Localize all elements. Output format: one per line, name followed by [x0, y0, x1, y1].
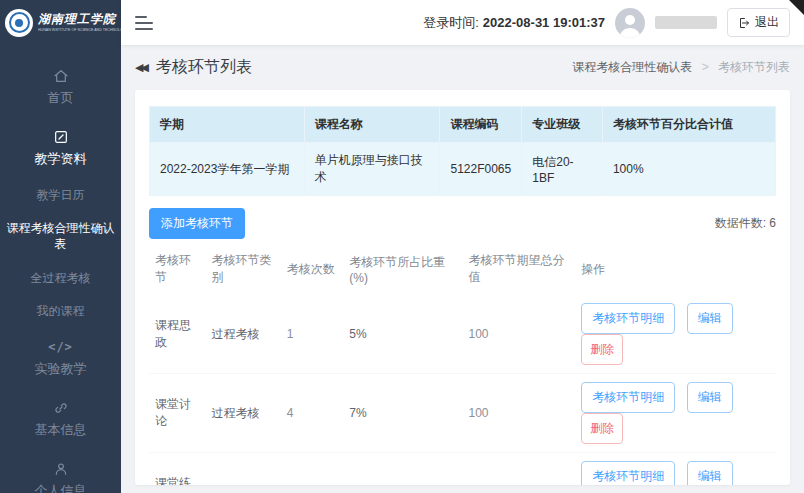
column-header: 考核环节所占比重(%): [343, 243, 462, 295]
detail-button[interactable]: 考核环节明细: [581, 303, 675, 334]
login-time: 登录时间:2022-08-31 19:01:37: [423, 14, 605, 32]
sidebar-item-label: 首页: [48, 90, 74, 107]
sidebar-item-personal-info[interactable]: 个人信息: [0, 450, 121, 493]
column-header: 考核环节期望总分值: [462, 243, 575, 295]
sidebar: 湖南理工学院 HUNAN INSTITUTE OF SCIENCE AND TE…: [0, 0, 121, 493]
cell-category: 过程考核: [205, 295, 280, 374]
cell-total-score: 100: [462, 295, 575, 374]
edit-document-icon: [53, 129, 69, 145]
detail-button[interactable]: 考核环节明细: [581, 461, 675, 485]
university-logo: 湖南理工学院 HUNAN INSTITUTE OF SCIENCE AND TE…: [0, 0, 121, 45]
cell-times: 1: [281, 295, 344, 374]
sidebar-item-basic-info[interactable]: 基本信息: [0, 389, 121, 450]
edit-button[interactable]: 编辑: [687, 461, 733, 485]
content-card: 学期 课程名称 课程编码 专业班级 考核环节百分比合计值 2022-2023学年…: [135, 90, 790, 485]
breadcrumb: 课程考核合理性确认表 > 考核环节列表: [572, 59, 790, 76]
column-header: 考核环节类别: [205, 243, 280, 295]
topbar: 登录时间:2022-08-31 19:01:37 退出: [121, 0, 804, 45]
cell-category: 过程考核: [205, 453, 280, 486]
cell-course-code: 5122F0065: [440, 143, 522, 196]
table-row: 课程思政 过程考核 1 5% 100 考核环节明细 编辑 删除: [149, 295, 776, 374]
column-header: 课程名称: [304, 107, 440, 143]
sidebar-item-label: 课程考核合理性确认表: [6, 221, 115, 252]
edit-button[interactable]: 编辑: [687, 303, 733, 334]
main-area: 登录时间:2022-08-31 19:01:37 退出 ◀◀ 考核环节列表 课程: [121, 0, 804, 493]
breadcrumb-item[interactable]: 课程考核合理性确认表: [572, 60, 692, 74]
column-header: 考核环节百分比合计值: [602, 107, 775, 143]
cell-actions: 考核环节明细 编辑 删除: [575, 374, 776, 453]
university-logo-icon: [5, 9, 33, 37]
sidebar-item-home[interactable]: 首页: [0, 57, 121, 118]
sidebar-item-teaching-calendar[interactable]: 教学日历: [0, 179, 121, 213]
column-header: 操作: [575, 243, 776, 295]
link-icon: [53, 400, 69, 416]
breadcrumb-item-current: 考核环节列表: [718, 60, 790, 74]
course-info-table: 学期 课程名称 课程编码 专业班级 考核环节百分比合计值 2022-2023学年…: [149, 106, 776, 196]
column-header: 学期: [150, 107, 305, 143]
corner-fold-artifact: [789, 0, 804, 15]
sidebar-item-label: 教学资料: [35, 151, 87, 168]
sidebar-item-label: 教学日历: [37, 188, 85, 204]
delete-button[interactable]: 删除: [581, 334, 623, 365]
university-name-en: HUNAN INSTITUTE OF SCIENCE AND TECHNOLOG…: [38, 28, 85, 32]
column-header: 考核环节: [149, 243, 205, 295]
sidebar-item-my-courses[interactable]: 我的课程: [0, 295, 121, 329]
cell-total-score: 100: [462, 453, 575, 486]
sidebar-item-label: 全过程考核: [31, 271, 91, 287]
avatar[interactable]: [615, 8, 645, 38]
cell-actions: 考核环节明细 编辑 删除: [575, 453, 776, 486]
data-count: 数据件数: 6: [715, 215, 776, 232]
column-header: 考核次数: [281, 243, 344, 295]
masked-username: [655, 16, 717, 29]
table-header-row: 考核环节 考核环节类别 考核次数 考核环节所占比重(%) 考核环节期望总分值 操…: [149, 243, 776, 295]
cell-course-name: 单片机原理与接口技术: [304, 143, 440, 196]
sidebar-item-label: 我的课程: [37, 304, 85, 320]
column-header: 课程编码: [440, 107, 522, 143]
edit-button[interactable]: 编辑: [687, 382, 733, 413]
cell-weight: 9%: [343, 453, 462, 486]
logout-icon: [738, 17, 750, 29]
page-title: 考核环节列表: [156, 57, 252, 78]
user-icon: [53, 461, 69, 477]
logout-button[interactable]: 退出: [727, 8, 790, 37]
cell-semester: 2022-2023学年第一学期: [150, 143, 305, 196]
sidebar-item-teaching-materials[interactable]: 教学资料: [0, 118, 121, 179]
sidebar-item-label: 基本信息: [35, 422, 87, 439]
column-header: 专业班级: [522, 107, 603, 143]
cell-weight: 7%: [343, 374, 462, 453]
cell-process: 课堂练习: [149, 453, 205, 486]
code-icon: </>: [48, 340, 73, 356]
cell-process: 课程思政: [149, 295, 205, 374]
sidebar-item-label: 实验教学: [35, 361, 87, 378]
cell-process: 课堂讨论: [149, 374, 205, 453]
table-row: 课堂讨论 过程考核 4 7% 100 考核环节明细 编辑 删除: [149, 374, 776, 453]
sidebar-item-course-assessment-confirm[interactable]: 课程考核合理性确认表: [0, 212, 121, 261]
cell-class: 电信20-1BF: [522, 143, 603, 196]
sidebar-item-label: 个人信息: [35, 483, 87, 493]
add-assessment-button[interactable]: 添加考核环节: [149, 208, 245, 239]
cell-times: 5: [281, 453, 344, 486]
sidebar-menu: 首页 教学资料 教学日历 课程考核合理性确认表 全过程考核 我的课程 </> 实…: [0, 45, 121, 493]
table-row: 课堂练习 过程考核 5 9% 100 考核环节明细 编辑 删除: [149, 453, 776, 486]
breadcrumb-separator: >: [702, 60, 709, 74]
home-icon: [53, 68, 69, 84]
cell-weight: 5%: [343, 295, 462, 374]
table-header-row: 学期 课程名称 课程编码 专业班级 考核环节百分比合计值: [150, 107, 776, 143]
sidebar-item-experiment-teaching[interactable]: </> 实验教学: [0, 329, 121, 389]
cell-actions: 考核环节明细 编辑 删除: [575, 295, 776, 374]
table-row: 2022-2023学年第一学期 单片机原理与接口技术 5122F0065 电信2…: [150, 143, 776, 196]
cell-times: 4: [281, 374, 344, 453]
menu-toggle-icon[interactable]: [135, 16, 153, 30]
delete-button[interactable]: 删除: [581, 413, 623, 444]
cell-category: 过程考核: [205, 374, 280, 453]
detail-button[interactable]: 考核环节明细: [581, 382, 675, 413]
university-name-cn: 湖南理工学院: [38, 11, 116, 28]
cell-total-score: 100: [462, 374, 575, 453]
back-arrows-icon[interactable]: ◀◀: [135, 61, 149, 74]
assessment-table: 考核环节 考核环节类别 考核次数 考核环节所占比重(%) 考核环节期望总分值 操…: [149, 243, 776, 485]
content-area: ◀◀ 考核环节列表 课程考核合理性确认表 > 考核环节列表 学期 课程名称: [121, 45, 804, 493]
sidebar-item-whole-process-assessment[interactable]: 全过程考核: [0, 262, 121, 296]
user-silhouette-icon: [615, 8, 645, 38]
cell-percentage-total: 100%: [602, 143, 775, 196]
app-window: 湖南理工学院 HUNAN INSTITUTE OF SCIENCE AND TE…: [0, 0, 804, 493]
